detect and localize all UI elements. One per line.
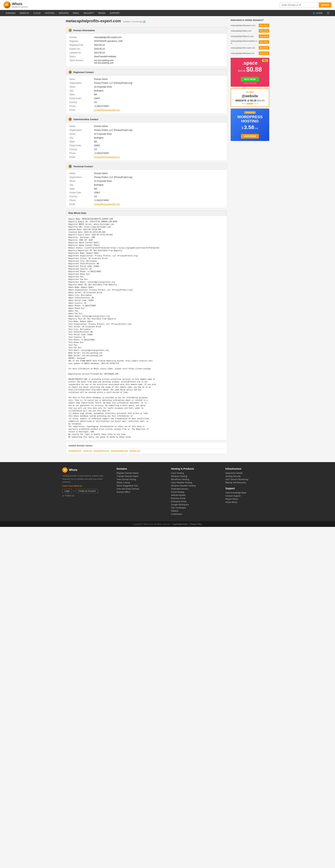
- dot-6: [251, 103, 253, 104]
- buy-button-5[interactable]: Buy Now: [259, 46, 269, 50]
- footer-link-knowledge[interactable]: View Knowledge Base: [225, 492, 273, 494]
- tech-table: Name:Domain Admin Organization:Privacy P…: [68, 172, 224, 206]
- table-row: State:MA: [68, 140, 224, 144]
- nav-hosting[interactable]: HOSTING: [43, 10, 57, 16]
- nav-website[interactable]: WEBSITE: [18, 10, 31, 16]
- raw-whois-card: Raw Whois Data Domain Name: METACAPITALP…: [66, 210, 227, 440]
- admin-header: 👤 Administrative Contact: [66, 116, 227, 123]
- admin-email-link[interactable]: contact@privacyprotect.org: [94, 156, 120, 158]
- footer-link-ssl[interactable]: SSL Certificates: [171, 506, 218, 509]
- footer-link-whois[interactable]: Whois Lookup: [117, 482, 164, 484]
- buy-button-1[interactable]: Buy Now: [259, 24, 269, 27]
- footer-privacy-link[interactable]: Privacy Policy: [190, 523, 202, 525]
- cart-icon[interactable]: 🛒: [325, 10, 332, 16]
- footer-link-linux[interactable]: Linux Hosting: [171, 472, 218, 474]
- registrant-table: Name:Domain Admin Organization:Privacy P…: [68, 77, 224, 112]
- search-button[interactable]: WHOIS: [319, 2, 332, 7]
- related-link-hostinger[interactable]: hostinger.com: [68, 450, 82, 452]
- buy-button-3[interactable]: Buy Now: [259, 34, 269, 38]
- footer-hosting-col: Hosting & Products Linux Hosting Windows…: [171, 467, 218, 516]
- footer-link-dedicated[interactable]: Dedicated Servers: [171, 488, 218, 490]
- footer-link-monitoring[interactable]: 24x7 Servers Monitoring: [225, 478, 273, 480]
- related-section: related domain names hostinger.com icann…: [66, 442, 227, 454]
- registrant-email-link[interactable]: contact@privacyprotect.org: [94, 109, 120, 111]
- domain-title: metacapitalprofits-expert.com: [66, 19, 121, 23]
- wp-view-btn[interactable]: VIEW MORE: [241, 134, 259, 138]
- nav-servers[interactable]: SERVERS: [57, 10, 71, 16]
- footer-learn-more[interactable]: Learn more About Us: [62, 485, 110, 487]
- table-row: Street:10 Corporate Drive: [68, 132, 224, 136]
- footer-link-domain-pricing[interactable]: View Domain Pricing: [117, 478, 164, 480]
- table-row: Country:US: [68, 194, 224, 198]
- footer-main: W Whois Leading provider of web presence…: [0, 462, 335, 521]
- footer-link-backup[interactable]: Backup and Recovery: [225, 482, 273, 484]
- footer-follow: ⊙ Follow Us:: [62, 495, 110, 497]
- buy-button-4[interactable]: Buy Now: [259, 40, 269, 44]
- sale-badge: Sale: [262, 59, 268, 62]
- footer-create-btn[interactable]: Create an Account: [76, 489, 98, 493]
- footer-legal-link[interactable]: Legal Agreement: [173, 523, 187, 525]
- table-row: Organization:Privacy Protect, LLC (Priva…: [68, 81, 224, 85]
- sidebar-domain-1: metacapitalprofitsexpert.com Buy Now: [231, 23, 269, 28]
- footer-link-windows-reseller[interactable]: Windows Reseller Hosting: [171, 485, 218, 487]
- footer-link-hosting-security[interactable]: Hosting Security: [225, 475, 273, 477]
- raw-whois-header: Raw Whois Data: [66, 210, 227, 216]
- tech-title: Technical Contact: [73, 165, 93, 168]
- tech-email-link[interactable]: contact@privacyprotect.org: [94, 203, 120, 206]
- footer-login-btn[interactable]: Login: [62, 489, 72, 493]
- sidebar-domain-4: metacapitalprofitsconsultant.com Buy Now: [231, 39, 269, 45]
- table-row: Domain:metacapitalprofits-expert.com: [68, 35, 224, 39]
- footer-logo-icon: W: [62, 467, 67, 473]
- footer-link-google-workspace[interactable]: Google Workspace: [171, 503, 218, 506]
- tech-card: 👤 Technical Contact Name:Domain Admin Or…: [66, 163, 227, 208]
- footer-link-wordpress[interactable]: WordPress Hosting: [171, 478, 218, 480]
- table-row: Country:US: [68, 148, 224, 151]
- footer-link-transfer-domain[interactable]: Transfer Domain Name: [117, 475, 164, 477]
- nav-support[interactable]: SUPPORT: [108, 10, 122, 16]
- related-link-internic[interactable]: internic.net: [130, 450, 140, 452]
- footer-link-name-suggestion[interactable]: Name Suggestion Tool: [117, 485, 164, 487]
- nav-cloud[interactable]: CLOUD: [31, 10, 43, 16]
- footer-link-free-domain[interactable]: Free with Every Domain: [117, 488, 164, 490]
- sidebar-interested-title: Interested in similar domains?: [231, 19, 269, 21]
- footer-link-business-email[interactable]: Business Email: [171, 497, 218, 500]
- registrant-icon: 👤: [68, 70, 72, 74]
- footer-link-datacenter[interactable]: Datacenter Details: [225, 472, 273, 474]
- nav-whois[interactable]: WHOIS: [96, 10, 108, 16]
- nav-security[interactable]: SECURITY: [81, 10, 96, 16]
- footer-link-contact-support[interactable]: Contact Support: [225, 495, 273, 497]
- footer-link-about-whois[interactable]: About Whois: [225, 501, 273, 503]
- footer-link-windows[interactable]: Windows Hosting: [171, 475, 218, 477]
- footer-link-report-abuse[interactable]: Report Abuse: [225, 498, 273, 500]
- nav-login[interactable]: 👤 LOGIN: [310, 10, 325, 16]
- buy-button-2[interactable]: Buy Now: [259, 29, 269, 33]
- table-row: Registered On:2023-05-15: [68, 43, 224, 47]
- footer-link-codeguard[interactable]: CodeGuard: [171, 513, 218, 515]
- related-link-icann[interactable]: icann.org: [83, 450, 92, 452]
- footer-link-cloud[interactable]: Cloud Hosting: [171, 491, 218, 493]
- table-row: Postal Code:01803: [68, 191, 224, 194]
- footer-link-register-domain[interactable]: Register Domain Name: [117, 472, 164, 474]
- logo-icon: W: [3, 1, 10, 8]
- footer-link-domain-offers[interactable]: Domain Offers: [117, 491, 164, 493]
- nav-domains[interactable]: DOMAINS: [3, 10, 18, 16]
- related-link-dns[interactable]: dns-parking.com: [94, 450, 109, 452]
- footer-link-enterprise-email[interactable]: Enterprise Email: [171, 500, 218, 503]
- footer-link-sitelock[interactable]: Sitelock: [171, 510, 218, 512]
- dot-nav: [233, 103, 267, 104]
- admin-icon: 👤: [68, 118, 72, 121]
- admin-table: Name:Domain Admin Organization:Privacy P…: [68, 124, 224, 159]
- table-row: Name Servers:ns1.dns-parking.comns2.dns-…: [68, 59, 224, 65]
- footer-bottom: Copyright © Whois.com, All rights reserv…: [0, 521, 335, 527]
- related-link-privacy[interactable]: privacyprotect.org: [111, 450, 128, 452]
- circle-icon: ⊙: [62, 495, 64, 497]
- table-row: Registrar:HOSTINGER operations, UAB: [68, 39, 224, 43]
- footer-link-linux-reseller[interactable]: Linux Reseller Hosting: [171, 482, 218, 484]
- nav-email[interactable]: EMAIL: [71, 10, 81, 16]
- space-buy-btn[interactable]: BUY NOW: [241, 77, 259, 82]
- footer-link-website-builder[interactable]: Website Builder: [171, 494, 218, 496]
- search-input[interactable]: [280, 2, 318, 7]
- table-row: Organization:Privacy Protect, LLC (Priva…: [68, 175, 224, 179]
- buy-button-6[interactable]: Buy Now: [259, 52, 269, 55]
- table-row: State:MA: [68, 187, 224, 191]
